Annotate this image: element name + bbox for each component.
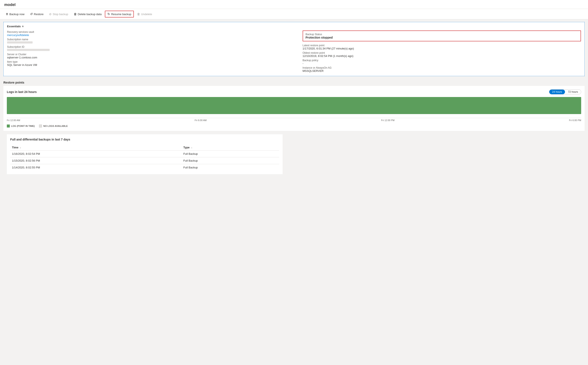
backup-policy-label: Backup policy <box>303 59 581 62</box>
oldest-restore-label: Oldest restore point <box>303 51 581 54</box>
recovery-vault-label: Recovery services vault <box>7 30 294 34</box>
stop-backup-icon: ⊘ <box>49 12 52 16</box>
backup-status-box: Backup Status Protection stopped <box>303 30 581 41</box>
essentials-header: Essentials ∧ <box>7 25 581 28</box>
x-label-4: Fri 6:00 PM <box>569 119 581 121</box>
field-latest-restore: Latest restore point 1/17/2020, 6:01:34 … <box>303 44 581 50</box>
delete-backup-icon: 🗑 <box>74 12 77 16</box>
page-title: model <box>0 0 588 9</box>
x-label-2: Fri 6:00 AM <box>194 119 207 121</box>
essentials-section: Essentials ∧ Recovery services vault mer… <box>3 22 585 76</box>
time-toggle: 24 hours 72 hours <box>549 89 581 94</box>
table-body: 1/16/2020, 8:02:54 PM Full Backup 1/15/2… <box>10 151 279 171</box>
essentials-grid: Recovery services vault mercurysoftdelet… <box>7 30 581 72</box>
latest-restore-label: Latest restore point <box>303 44 581 47</box>
essentials-right: Backup Status Protection stopped Latest … <box>294 30 581 72</box>
field-recovery-vault: Recovery services vault mercurysoftdelet… <box>7 30 294 37</box>
table-row[interactable]: 1/16/2020, 8:02:54 PM Full Backup <box>10 151 279 157</box>
field-subscription-id: Subscription ID <box>7 45 294 52</box>
row3-time: 1/14/2020, 8:02:55 PM <box>10 164 182 171</box>
server-cluster-label: Server or Cluster <box>7 53 294 56</box>
oldest-restore-value: 12/10/2019, 8:02:54 PM (1 month(s) ago) <box>303 54 581 57</box>
table-card: Full and differential backups in last 7 … <box>7 134 283 174</box>
24-hours-button[interactable]: 24 hours <box>549 90 565 94</box>
x-label-3: Fri 12:00 PM <box>381 119 394 121</box>
delete-backup-label: Delete backup data <box>78 13 102 16</box>
chart-legend: LOG (POINT IN TIME) NO LOGS AVAILABLE <box>7 125 581 127</box>
undelete-button[interactable]: 🗑 Undelete <box>135 11 154 17</box>
field-subscription-name: Subscription name <box>7 38 294 44</box>
latest-restore-value: 1/17/2020, 6:01:34 PM (27 minute(s) ago) <box>303 47 581 50</box>
subscription-name-value <box>7 41 294 44</box>
recovery-vault-value[interactable]: mercurysoftdelete <box>7 34 294 37</box>
subscription-id-redacted <box>7 49 50 51</box>
field-backup-policy: Backup policy - <box>303 59 581 65</box>
instance-label: Instance or AlwaysOn AG <box>303 66 581 69</box>
restore-points-title: Restore points <box>3 79 585 86</box>
legend-no-logs: NO LOGS AVAILABLE <box>39 125 68 127</box>
bottom-section: Full and differential backups in last 7 … <box>7 134 581 174</box>
legend-log-pit-color <box>7 125 10 127</box>
restore-points-section: Restore points Logs in last 24 hours 24 … <box>3 79 585 174</box>
field-item-type: Item type SQL Server in Azure VM <box>7 60 294 67</box>
restore-icon: ↺ <box>30 12 33 16</box>
resume-backup-button[interactable]: ↻ Resume backup <box>105 11 134 17</box>
row1-type: Full Backup <box>182 151 279 157</box>
row2-time: 1/15/2020, 8:02:56 PM <box>10 157 182 164</box>
72-hours-button[interactable]: 72 hours <box>565 90 581 94</box>
chart-header: Logs in last 24 hours 24 hours 72 hours <box>7 89 581 94</box>
item-type-label: Item type <box>7 60 294 63</box>
stop-backup-button[interactable]: ⊘ Stop backup <box>47 11 70 17</box>
undelete-icon: 🗑 <box>137 12 140 16</box>
field-oldest-restore: Oldest restore point 12/10/2019, 8:02:54… <box>303 51 581 57</box>
backup-now-label: Backup now <box>9 13 25 16</box>
backup-now-button[interactable]: ⬆ Backup now <box>3 11 27 17</box>
field-backup-status: Backup Status Protection stopped <box>303 30 581 43</box>
undelete-label: Undelete <box>141 13 152 16</box>
subscription-id-value <box>7 48 294 52</box>
essentials-title: Essentials <box>7 25 21 28</box>
legend-log-pit-label: LOG (POINT IN TIME) <box>11 125 35 127</box>
resume-backup-icon: ↻ <box>107 12 110 16</box>
restore-button[interactable]: ↺ Restore <box>28 11 46 17</box>
chart-area <box>7 97 581 116</box>
backup-status-label: Backup Status <box>306 33 322 36</box>
resume-backup-label: Resume backup <box>111 13 131 16</box>
chart-bar <box>7 97 581 114</box>
table-header: Time ↕ Type ↕ <box>10 145 279 151</box>
chart-title: Logs in last 24 hours <box>7 90 37 94</box>
chart-x-axis: Fri 12:00 AM Fri 6:00 AM Fri 12:00 PM Fr… <box>7 118 581 122</box>
field-server-cluster: Server or Cluster sqlserver-1.contoso.co… <box>7 53 294 59</box>
field-instance: Instance or AlwaysOn AG MSSQLSERVER <box>303 66 581 72</box>
backup-table: Time ↕ Type ↕ 1/16/2020, 8:02:54 PM <box>10 145 279 171</box>
backup-now-icon: ⬆ <box>6 12 8 16</box>
essentials-left: Recovery services vault mercurysoftdelet… <box>7 30 294 72</box>
restore-label: Restore <box>34 13 44 16</box>
item-type-value: SQL Server in Azure VM <box>7 63 294 67</box>
x-label-1: Fri 12:00 AM <box>7 119 20 121</box>
backup-status-value: Protection stopped <box>306 36 333 39</box>
server-cluster-value: sqlserver-1.contoso.com <box>7 56 294 59</box>
sort-type-icon: ↕ <box>191 147 192 149</box>
row1-time: 1/16/2020, 8:02:54 PM <box>10 151 182 157</box>
subscription-name-label: Subscription name <box>7 38 294 41</box>
table-row[interactable]: 1/15/2020, 8:02:56 PM Full Backup <box>10 157 279 164</box>
row2-type: Full Backup <box>182 157 279 164</box>
delete-backup-button[interactable]: 🗑 Delete backup data <box>71 11 104 17</box>
content-area: Essentials ∧ Recovery services vault mer… <box>0 22 588 174</box>
instance-value: MSSQLSERVER <box>303 69 581 72</box>
subscription-name-redacted <box>7 41 33 43</box>
table-title: Full and differential backups in last 7 … <box>10 138 279 141</box>
essentials-collapse-icon[interactable]: ∧ <box>22 25 24 28</box>
chart-card: Logs in last 24 hours 24 hours 72 hours … <box>3 86 585 131</box>
backup-policy-value: - <box>303 62 581 65</box>
sort-time-icon: ↕ <box>20 147 21 149</box>
legend-no-logs-color <box>39 125 42 127</box>
row3-type: Full Backup <box>182 164 279 171</box>
legend-no-logs-label: NO LOGS AVAILABLE <box>43 125 68 127</box>
subscription-id-label: Subscription ID <box>7 45 294 48</box>
col-type[interactable]: Type ↕ <box>182 145 279 151</box>
table-row[interactable]: 1/14/2020, 8:02:55 PM Full Backup <box>10 164 279 171</box>
col-time[interactable]: Time ↕ <box>10 145 182 151</box>
legend-log-pit: LOG (POINT IN TIME) <box>7 125 35 127</box>
